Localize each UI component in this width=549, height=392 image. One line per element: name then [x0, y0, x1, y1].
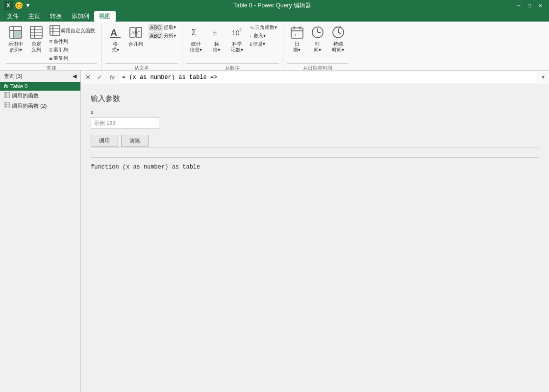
svg-text:A: A [110, 27, 117, 38]
invoked1-icon [4, 92, 10, 99]
time-label: 时间▾ [314, 41, 321, 53]
smiley-icon: 😊 [15, 1, 23, 9]
number-info-label: 信息▾ [253, 41, 265, 48]
svg-text:C: C [137, 30, 141, 35]
date-label: 日期▾ [293, 41, 300, 53]
trig-icon: ∿ [250, 25, 254, 30]
custom-column-label: 自定义列 [31, 41, 41, 53]
menu-file[interactable]: 文件 [2, 11, 24, 22]
formula-cancel-icon: ✕ [85, 74, 91, 81]
stats-label: 统计信息▾ [190, 41, 202, 53]
formula-bar: ✕ ✓ fx ▼ [81, 71, 549, 84]
svg-rect-41 [4, 102, 10, 108]
menu-view[interactable]: 视图 [94, 11, 116, 22]
svg-text:2: 2 [239, 27, 242, 32]
param-title: 输入参数 [91, 94, 539, 103]
sidebar-header: 查询 [3] ◀ [0, 71, 80, 82]
round-label: 舍入▾ [253, 32, 266, 39]
sidebar: 查询 [3] ◀ fx Table 0 调用的函数 [0, 71, 81, 392]
function-description: function (x as number) as table [91, 157, 539, 171]
sidebar-collapse-icon[interactable]: ◀ [73, 73, 76, 79]
window-title: Table 0 - Power Query 编辑器 [31, 1, 514, 10]
example-column-label: 示例中的列▾ [8, 41, 23, 53]
duplicate-col-button[interactable]: ≡ 重复列 [47, 54, 97, 62]
merge-col-label: 合并列 [128, 41, 143, 47]
condition-col-button[interactable]: ≡ 条件列 [47, 38, 97, 46]
invoke-button[interactable]: 调用 [91, 135, 118, 147]
menu-transform[interactable]: 转换 [45, 11, 67, 22]
formula-expand-button[interactable]: ▼ [539, 73, 547, 82]
duplicate-col-label: 重复列 [53, 55, 68, 62]
main-area: 查询 [3] ◀ fx Table 0 调用的函数 [0, 71, 549, 392]
custom-column-button[interactable]: 自定义列 [26, 24, 46, 54]
stats-button[interactable]: Σ 统计信息▾ [186, 24, 206, 54]
window-controls: ─ □ ✕ [514, 1, 545, 9]
sidebar-item-invoked1[interactable]: 调用的函数 [0, 91, 80, 101]
extract-label: 提取▾ [164, 24, 176, 31]
param-name-label: x [91, 109, 539, 115]
merge-col-button[interactable]: AB C 合并列 [126, 24, 146, 48]
svg-text:1: 1 [294, 33, 297, 37]
ribbon: 示例中的列▾ 自定义列 [0, 22, 549, 71]
close-button[interactable]: ✕ [535, 1, 545, 9]
scientific-button[interactable]: 10 2 科学记数▾ [227, 24, 247, 54]
condition-col-label: 条件列 [53, 38, 68, 45]
invoke-func-label: 调用自定义函数 [61, 28, 95, 34]
trig-button[interactable]: ∿ 三角函数▾ [248, 24, 279, 31]
parse-button[interactable]: ABC 分析▾ [147, 32, 178, 40]
svg-line-34 [338, 32, 341, 34]
parse-icon: ABC [149, 32, 163, 39]
extract-button[interactable]: ABC 提取▾ [147, 24, 178, 31]
sidebar-item-invoked2[interactable]: 调用的函数 (2) [0, 101, 80, 111]
duration-button[interactable]: 持续时间▾ [328, 24, 348, 54]
formula-cancel-button[interactable]: ✕ [83, 73, 93, 82]
invoke-func-button[interactable]: 调用自定义函数 [47, 24, 97, 37]
invoke-func-icon [49, 24, 61, 36]
content-area: 输入参数 x 调用 清除 function (x as number) as t… [81, 84, 549, 392]
date-icon: 1 [289, 24, 305, 40]
ribbon-group-from-number: Σ 统计信息▾ ± 标准▾ 10 [182, 24, 283, 73]
svg-rect-3 [14, 31, 21, 38]
trig-label: 三角函数▾ [255, 24, 277, 31]
number-info-button[interactable]: ℹ 信息▾ [248, 40, 279, 48]
svg-text:±: ± [213, 28, 217, 37]
index-col-icon: ≡ [49, 47, 52, 53]
table0-icon: fx [4, 84, 8, 89]
stats-icon: Σ [188, 24, 204, 40]
svg-rect-37 [4, 92, 10, 98]
format-button[interactable]: A 格式▾ [105, 24, 125, 54]
ribbon-group-from-datetime: 1 日期▾ 时间▾ [283, 24, 352, 73]
condition-col-icon: ≡ [49, 38, 52, 45]
time-button[interactable]: 时间▾ [308, 24, 327, 54]
round-button[interactable]: ⌐ 舍入▾ [248, 32, 279, 40]
formula-confirm-button[interactable]: ✓ [95, 73, 104, 82]
right-panel: ✕ ✓ fx ▼ 输入参数 x 调用 清除 [81, 71, 549, 392]
content-main: 输入参数 x 调用 清除 function (x as number) as t… [81, 84, 549, 392]
param-section: 输入参数 x 调用 清除 [91, 94, 539, 147]
svg-rect-24 [291, 28, 303, 38]
example-column-button[interactable]: 示例中的列▾ [6, 24, 25, 54]
custom-column-icon [28, 24, 44, 40]
ribbon-group-from-text: A 格式▾ AB C [101, 24, 182, 73]
number-info-icon: ℹ [250, 42, 252, 47]
standard-button[interactable]: ± 标准▾ [207, 24, 226, 54]
minimize-button[interactable]: ─ [514, 1, 524, 9]
standard-icon: ± [209, 24, 225, 40]
menu-home[interactable]: 主页 [24, 11, 45, 22]
date-button[interactable]: 1 日期▾ [287, 24, 307, 54]
fx-label: fx [106, 73, 118, 82]
param-input[interactable] [91, 117, 159, 129]
standard-label: 标准▾ [213, 41, 220, 53]
duration-icon [330, 24, 346, 40]
table0-label: Table 0 [10, 83, 27, 89]
format-label: 格式▾ [112, 41, 119, 53]
invoked1-label: 调用的函数 [12, 92, 39, 99]
index-col-button[interactable]: ≡ 索引列· [47, 46, 97, 54]
formula-input[interactable] [120, 72, 537, 83]
menu-bar: 文件 主页 转换 添加列 视图 [0, 11, 549, 22]
clear-button[interactable]: 清除 [121, 135, 149, 147]
menu-add-column[interactable]: 添加列 [67, 11, 94, 22]
sidebar-item-table0[interactable]: fx Table 0 [0, 82, 80, 91]
maximize-button[interactable]: □ [524, 1, 534, 9]
duration-label: 持续时间▾ [332, 41, 344, 53]
